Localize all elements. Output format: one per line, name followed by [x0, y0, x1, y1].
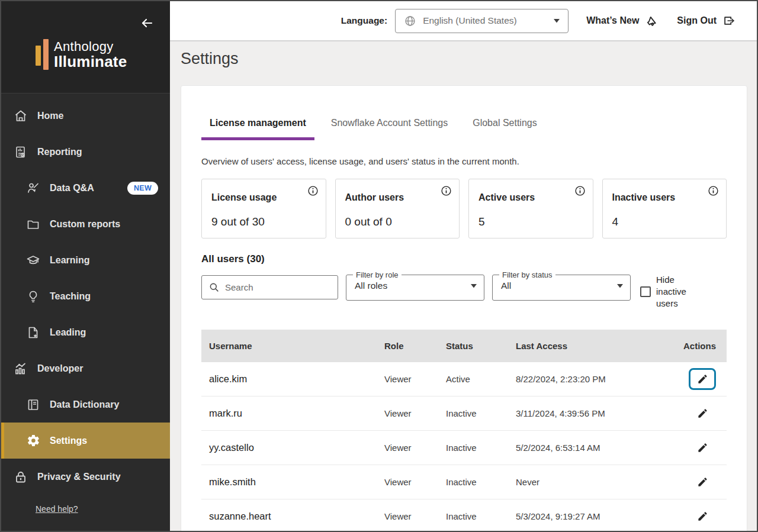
stat-value: 4: [612, 215, 717, 228]
last-access-cell: Never: [516, 477, 671, 487]
sidebar-item-label: Data Dictionary: [50, 399, 119, 410]
hide-inactive-users-group: Hide inactive users: [640, 274, 690, 309]
sidebar-item-label: Teaching: [50, 291, 91, 302]
info-icon[interactable]: [307, 185, 319, 196]
sidebar-item-home[interactable]: Home: [1, 98, 170, 134]
sidebar: Anthology Illuminate Home Reporting: [1, 1, 170, 531]
status-cell: Inactive: [446, 443, 516, 453]
sidebar-item-reporting[interactable]: Reporting: [1, 134, 170, 170]
table-row: mark.ru Viewer Inactive 3/11/2024, 4:39:…: [201, 396, 727, 431]
sidebar-item-label: Settings: [50, 436, 87, 446]
column-header-last-access: Last Access: [516, 341, 671, 351]
pencil-icon: [697, 442, 708, 453]
language-selected-value: English (United States): [423, 15, 547, 26]
role-cell: Viewer: [384, 443, 446, 453]
page-title: Settings: [181, 50, 747, 68]
edit-user-button[interactable]: [689, 402, 716, 424]
status-cell: Inactive: [446, 511, 516, 521]
pencil-icon: [697, 511, 708, 522]
stat-label: Active users: [478, 192, 583, 203]
whats-new-label: What’s New: [586, 15, 639, 26]
tab-global-settings[interactable]: Global Settings: [464, 118, 545, 140]
arrow-left-icon: [140, 16, 154, 30]
tab-license-management[interactable]: License management: [201, 118, 314, 140]
sidebar-item-label: Data Q&A: [50, 183, 94, 194]
sidebar-item-data-qa[interactable]: Data Q&A NEW: [1, 170, 170, 206]
reporting-icon: [13, 144, 28, 160]
info-icon[interactable]: [574, 185, 586, 196]
sidebar-item-developer[interactable]: Developer: [1, 350, 170, 386]
sidebar-item-leading[interactable]: Leading: [1, 314, 170, 350]
home-icon: [13, 108, 28, 124]
lightbulb-icon: [25, 289, 41, 304]
status-cell: Inactive: [446, 408, 516, 418]
sidebar-item-privacy-security[interactable]: Privacy & Security: [1, 459, 170, 495]
sidebar-nav: Home Reporting Data Q&A NEW Custom repo: [1, 93, 170, 524]
search-input[interactable]: [225, 282, 331, 292]
sidebar-item-learning[interactable]: Learning: [1, 242, 170, 278]
stat-cards: License usage 9 out of 30 Author users 0…: [201, 179, 727, 238]
language-group: Language: English (United States): [341, 9, 568, 33]
sidebar-item-data-dictionary[interactable]: Data Dictionary: [1, 386, 170, 423]
sidebar-item-teaching[interactable]: Teaching: [1, 278, 170, 314]
language-select[interactable]: English (United States): [395, 9, 568, 33]
info-icon[interactable]: [441, 185, 452, 196]
tab-bar: License management Snowflake Account Set…: [201, 118, 727, 140]
username-cell: yy.castello: [209, 442, 384, 453]
last-access-cell: 5/3/2024, 9:19:27 AM: [516, 511, 671, 521]
need-help-link[interactable]: Need help?: [36, 504, 78, 514]
table-row: mike.smith Viewer Inactive Never: [201, 465, 727, 499]
globe-icon: [404, 15, 416, 27]
status-cell: Inactive: [446, 477, 516, 487]
stat-label: Author users: [345, 192, 450, 203]
filter-by-role-select[interactable]: Filter by role All roles: [346, 270, 484, 301]
table-row: suzanne.heart Viewer Inactive 5/3/2024, …: [201, 499, 727, 531]
sidebar-item-label: Custom reports: [50, 219, 120, 230]
stat-value: 0 out of 0: [345, 215, 450, 228]
column-header-status: Status: [446, 341, 516, 351]
app-window: Anthology Illuminate Home Reporting: [0, 0, 758, 532]
sidebar-item-custom-reports[interactable]: Custom reports: [1, 206, 170, 242]
sidebar-item-label: Privacy & Security: [37, 472, 121, 482]
filter-by-status-select[interactable]: Filter by status All: [492, 270, 631, 301]
whats-new-button[interactable]: What’s New: [586, 14, 659, 28]
filter-by-status-value: All: [501, 280, 511, 291]
content-area: Settings License management Snowflake Ac…: [170, 41, 757, 531]
hide-inactive-users-checkbox[interactable]: [640, 286, 651, 297]
chart-icon: [13, 361, 28, 376]
pencil-icon: [697, 408, 708, 419]
collapse-sidebar-button[interactable]: [138, 14, 156, 32]
chevron-down-icon: [471, 284, 477, 288]
info-icon[interactable]: [708, 185, 720, 196]
edit-user-button[interactable]: [689, 471, 716, 493]
filter-by-status-label: Filter by status: [499, 270, 555, 279]
hide-inactive-users-label: Hide inactive users: [656, 274, 690, 309]
last-access-cell: 3/11/2024, 4:39:56 PM: [516, 408, 671, 418]
chevron-down-icon: [617, 284, 623, 288]
status-cell: Active: [446, 374, 516, 384]
edit-user-button[interactable]: [689, 505, 716, 527]
page-star-icon: [25, 325, 41, 340]
role-cell: Viewer: [384, 408, 446, 418]
logo-bars-icon: [36, 39, 49, 70]
gear-icon: [25, 433, 41, 449]
folder-icon: [25, 217, 41, 232]
sidebar-item-settings[interactable]: Settings: [1, 423, 170, 459]
tab-snowflake-account-settings[interactable]: Snowflake Account Settings: [323, 118, 456, 140]
sidebar-header: Anthology Illuminate: [1, 1, 170, 93]
data-qa-icon: [25, 180, 41, 196]
sign-out-button[interactable]: Sign Out: [677, 14, 735, 27]
edit-user-button[interactable]: [689, 437, 716, 459]
edit-user-button[interactable]: [689, 368, 716, 390]
all-users-heading: All users (30): [201, 253, 727, 265]
stat-value: 9 out of 30: [211, 215, 316, 228]
sidebar-item-label: Learning: [50, 255, 90, 266]
sidebar-item-label: Home: [37, 111, 63, 121]
chevron-down-icon: [554, 19, 560, 23]
search-icon: [208, 282, 220, 293]
topbar: Language: English (United States) What’s…: [170, 1, 757, 41]
stat-value: 5: [478, 215, 583, 228]
last-access-cell: 8/22/2024, 2:23:20 PM: [516, 374, 671, 384]
stat-label: Inactive users: [612, 192, 717, 203]
anthology-illuminate-logo: Anthology Illuminate: [36, 39, 127, 70]
